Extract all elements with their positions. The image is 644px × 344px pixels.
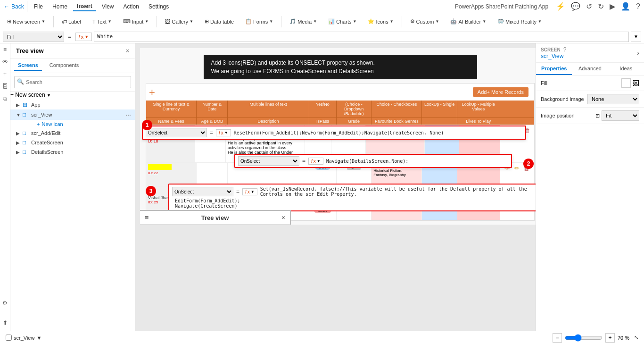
image-position-row: Image position ⊡ Fit [536, 108, 644, 124]
add-more-records-button[interactable]: Add+ More Records [473, 87, 528, 97]
image-position-selector[interactable]: Fit [602, 110, 639, 121]
col-header-2: Number & Date [197, 101, 228, 117]
fx-f-icon-3: f [245, 189, 247, 194]
new-icon-row[interactable]: + New ican [10, 120, 135, 128]
redo-icon[interactable]: ↻ [598, 2, 604, 11]
layers-icon[interactable]: ⧉ [1, 94, 9, 103]
menu-file[interactable]: File [30, 2, 47, 11]
user-icon[interactable]: 👤 [621, 2, 630, 11]
formula2-equals: = [302, 158, 305, 164]
image-position-value-area: ⊡ Fit [595, 110, 639, 121]
eye-icon[interactable]: 👁 [1, 58, 9, 66]
formula3-fx-button[interactable]: f x ▼ [242, 188, 257, 195]
sidebar-item-create-screen[interactable]: ▶ □ CreateScreen [10, 138, 135, 147]
formula1-fx-button[interactable]: f x ▼ [216, 129, 231, 136]
chevron-down-icon-2: ▼ [317, 159, 321, 163]
expand-formula-button[interactable]: ▼ [631, 32, 641, 42]
sub-header-actions [500, 118, 534, 125]
fit-screen-button[interactable]: ⤡ [634, 335, 638, 341]
tab-components[interactable]: Components [46, 60, 83, 71]
gallery-button[interactable]: 🖼 Gallery ▼ [161, 17, 198, 26]
hamburger-icon[interactable]: ≡ [1, 45, 9, 54]
back-button[interactable]: ← Back [4, 3, 24, 10]
formula3-line2: EditForm(Form_AddEdit); [172, 198, 536, 203]
property-selector[interactable]: Fill [3, 32, 64, 42]
zoom-slider[interactable] [565, 334, 603, 342]
chevron-down-icon: ▼ [436, 19, 439, 24]
media-button[interactable]: 🎵 Media ▼ [285, 17, 321, 26]
back-label[interactable]: Back [11, 3, 24, 10]
menu-view[interactable]: View [98, 2, 118, 11]
play-icon[interactable]: ▶ [610, 2, 615, 11]
question-help-icon[interactable]: ? [563, 46, 567, 53]
hamburger-icon[interactable]: ≡ [145, 214, 149, 221]
chat-icon[interactable]: 💬 [571, 2, 580, 11]
mixed-reality-button[interactable]: 🥽 Mixed Reality ▼ [493, 17, 546, 26]
sub-header-5: Grade [337, 118, 372, 125]
forms-button[interactable]: 📋 Forms ▼ [241, 17, 277, 26]
tree-overlay-close-button[interactable]: × [281, 214, 285, 221]
ai-icon: 🤖 [450, 18, 457, 25]
add-record-plus-icon[interactable]: + [149, 86, 160, 98]
database-icon[interactable]: 🗄 [1, 82, 9, 91]
data-table-button[interactable]: ⊞ Data table [200, 17, 238, 26]
data-table-icon: ⊞ [205, 18, 209, 25]
undo-icon[interactable]: ↺ [586, 2, 592, 11]
props-tab-advanced[interactable]: Advanced [572, 63, 608, 75]
props-tab-ideas[interactable]: Ideas [608, 63, 644, 75]
upload-icon[interactable]: ⬆ [1, 319, 9, 327]
fill-color-swatch[interactable] [621, 78, 631, 88]
formula-input[interactable] [94, 32, 629, 42]
menu-settings[interactable]: Settings [145, 2, 173, 11]
new-screen-button[interactable]: ⊞ New screen ▼ [3, 17, 50, 26]
formula3-property-selector[interactable]: OnSelect [172, 187, 233, 196]
formula1-property-selector[interactable]: OnSelect [146, 128, 207, 137]
screen-checkbox[interactable] [6, 335, 12, 341]
expand-props-icon[interactable]: › [637, 49, 639, 57]
formula2-property-selector[interactable]: OnSelect [238, 156, 299, 166]
tree-overlay-header: ≡ Tree view × [140, 211, 290, 225]
sub-header-3: Description [228, 118, 309, 125]
question-icon[interactable]: ? [636, 2, 640, 11]
help-icon[interactable]: ⚡ [556, 2, 565, 11]
props-tab-properties[interactable]: Properties [536, 63, 572, 75]
menu-home[interactable]: Home [49, 2, 71, 11]
more-icon[interactable]: ··· [125, 111, 131, 118]
icons-button[interactable]: ⭐ Icons ▼ [363, 17, 397, 26]
plus-nav-icon[interactable]: + [1, 70, 9, 78]
menu-action[interactable]: Action [120, 2, 143, 11]
bottom-bar: scr_View ▼ − + 70 % ⤡ [0, 331, 644, 344]
tree-overlay-title: Tree view [201, 214, 229, 221]
zoom-out-button[interactable]: − [553, 333, 562, 343]
sidebar-item-scr-view[interactable]: ▼ □ scr_View ··· [10, 109, 135, 120]
sidebar-item-app[interactable]: ▶ ⊞ App [10, 100, 135, 109]
col-header-1: Single line of text & Currency [146, 101, 197, 117]
search-input[interactable] [14, 76, 131, 88]
app-icon: ⊞ [23, 101, 31, 108]
edit-icon-2[interactable]: ✏ [514, 165, 520, 172]
new-screen-button[interactable]: + New screen ▼ [10, 92, 135, 98]
background-image-selector[interactable]: None [587, 94, 639, 104]
chevron-down-icon: ▼ [313, 19, 317, 24]
sub-header-2: Age & DOB [197, 118, 228, 125]
tab-screens[interactable]: Screens [14, 60, 42, 71]
chevron-down-icon: ▼ [482, 19, 486, 24]
chevron-down-icon: ▼ [353, 19, 356, 24]
zoom-in-button[interactable]: + [605, 333, 615, 343]
ai-builder-button[interactable]: 🤖 AI Builder ▼ [446, 17, 490, 26]
charts-button[interactable]: 📊 Charts ▼ [324, 17, 361, 26]
text-button[interactable]: T Text ▼ [88, 17, 116, 26]
sidebar-close-button[interactable]: × [126, 48, 129, 54]
label-button[interactable]: 🏷 Label [58, 17, 85, 26]
fill-image-button[interactable]: 🖼 [633, 79, 639, 87]
fx-button[interactable]: f x ▼ [75, 33, 92, 41]
sidebar-item-scr-add-edit[interactable]: ▶ □ scr_Add/Edit [10, 128, 135, 138]
custom-button[interactable]: ⚙ Custom ▼ [406, 17, 444, 26]
input-button[interactable]: ⌨ Input ▼ [119, 17, 153, 26]
screen-tag-chevron[interactable]: ▼ [36, 335, 41, 341]
sidebar-item-details-screen[interactable]: ▶ □ DetailsScreen [10, 147, 135, 157]
gear-icon[interactable]: ⚙ [1, 299, 9, 307]
formula2-fx-button[interactable]: f x ▼ [308, 158, 323, 165]
menu-insert[interactable]: Insert [73, 2, 96, 11]
col-header-8: LookUp - Multiple Values [457, 101, 500, 117]
